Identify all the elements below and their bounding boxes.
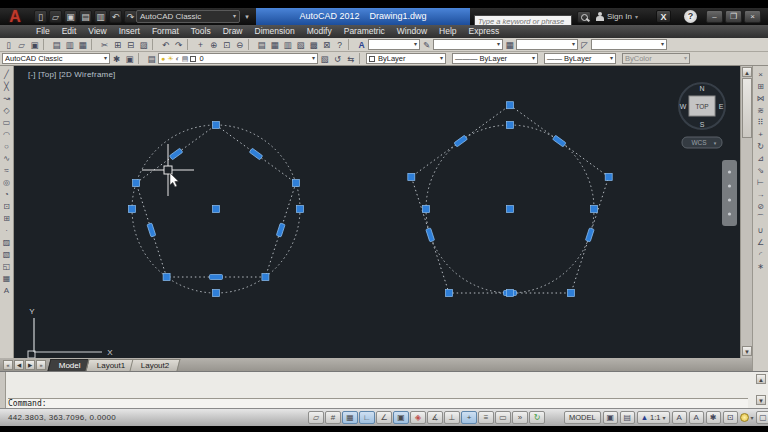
workspace-switching-gear-icon[interactable]: ✱ [706,411,721,424]
sheet-set-manager-icon[interactable]: ▧ [294,39,307,51]
polyline-icon[interactable]: ↝ [1,93,13,105]
infer-constraints-toggle[interactable]: ▱ [308,411,324,424]
menu-item[interactable]: View [82,25,112,38]
clean-screen-button[interactable]: ▢ [756,411,768,424]
linetype-combo[interactable]: ——— ByLayer▾ [452,53,538,64]
make-block-icon[interactable]: ⊞ [1,213,13,225]
undo-icon[interactable]: ↶ [159,39,172,51]
menu-item[interactable]: Help [433,25,462,38]
snap-mode-toggle[interactable]: # [325,411,341,424]
break-at-point-icon[interactable]: ⊘ [755,201,767,213]
plot-icon[interactable]: ▤ [50,39,63,51]
dim-style-combo[interactable]: ▾ [433,39,503,50]
menu-item[interactable]: Edit [56,25,83,38]
lineweight-display-toggle[interactable]: ≡ [478,411,494,424]
revcloud-icon[interactable]: ∿ [1,153,13,165]
grip[interactable] [507,290,514,297]
gradient-icon[interactable]: ▧ [1,249,13,261]
offset-icon[interactable]: ≋ [755,105,767,117]
grip[interactable] [591,206,598,213]
plot-icon[interactable]: ▤ [79,10,92,23]
table-icon[interactable]: ▦ [1,273,13,285]
menu-item[interactable]: Tools [185,25,217,38]
grip[interactable] [423,206,430,213]
array-icon[interactable]: ⠿ [755,117,767,129]
construction-line-icon[interactable]: ╳ [1,81,13,93]
tray-dropdown-icon[interactable]: ▾ [751,414,754,421]
layer-combo[interactable]: ●☀◐▤ 0 ▾ [158,53,318,64]
table-style-combo[interactable]: ▾ [516,39,578,50]
layer-states-icon[interactable]: ⇆ [344,53,357,65]
insert-block-icon[interactable]: ⊡ [1,201,13,213]
menu-item[interactable]: Dimension [249,25,301,38]
ellipse-icon[interactable]: ◎ [1,177,13,189]
annotation-visibility-icon[interactable]: A [672,411,687,424]
command-window[interactable]: Command: e ERASE 1 foundCommand: Specify… [0,371,768,408]
minimize-button[interactable]: – [706,10,723,23]
grip[interactable] [446,290,453,297]
workspace-extra-dropdown[interactable]: ▾ [242,10,252,23]
layer-lock-icon[interactable]: ◐ [176,54,180,63]
coordinates-readout[interactable]: 442.3803, 363.7096, 0.0000 [0,413,150,422]
layer-plot-icon[interactable]: ▤ [182,54,189,63]
mirror-icon[interactable]: ⋈ [755,93,767,105]
zoom-realtime-icon[interactable]: ⊕ [207,39,220,51]
grip[interactable] [507,206,514,213]
exchange-apps-icon[interactable]: X [656,10,671,23]
rectangle-icon[interactable]: ▭ [1,117,13,129]
tab-prev-icon[interactable]: ◀ [14,360,24,370]
quick-properties-toggle[interactable]: » [512,411,528,424]
menu-item[interactable]: Format [146,25,185,38]
tab-last-icon[interactable]: » [36,360,46,370]
save-icon[interactable]: ▣ [64,10,77,23]
annotation-autoscale-icon[interactable]: A [689,411,704,424]
text-style-icon[interactable]: A [355,39,368,51]
menu-item[interactable]: Modify [301,25,338,38]
maximize-button[interactable]: ❐ [725,10,742,23]
navbar-tool-icon[interactable] [728,198,731,201]
copy-icon[interactable]: ⊞ [755,81,767,93]
open-icon[interactable]: ▱ [15,39,28,51]
save-icon[interactable]: ▣ [28,39,41,51]
properties-icon[interactable]: ▤ [255,39,268,51]
designcenter-icon[interactable]: ▦ [268,39,281,51]
explode-icon[interactable]: ∗ [755,261,767,273]
stretch-icon[interactable]: ⇘ [755,165,767,177]
transparency-toggle[interactable]: ▭ [495,411,511,424]
move-icon[interactable]: + [755,129,767,141]
menu-item[interactable]: Draw [217,25,249,38]
tab-next-icon[interactable]: ▶ [25,360,35,370]
command-scrollbar[interactable]: ▲ ▼ [756,374,766,407]
circle-icon[interactable]: ○ [1,141,13,153]
grip[interactable] [568,290,575,297]
object-snap-toggle[interactable]: ▣ [393,411,409,424]
ortho-mode-toggle[interactable]: ∟ [359,411,375,424]
paper-space-icon[interactable]: ▤ [620,411,635,424]
tab-first-icon[interactable]: « [3,360,13,370]
performance-bulb-icon[interactable] [740,413,749,422]
cut-icon[interactable]: ✂ [98,39,111,51]
menu-item[interactable]: Parametric [338,25,391,38]
menu-item[interactable]: Express [463,25,506,38]
table-style-icon[interactable]: ▦ [503,39,516,51]
help-icon[interactable]: ? [684,10,697,23]
midpoint-grip[interactable] [553,135,566,147]
close-button[interactable]: × [744,10,761,23]
copy-clip-icon[interactable]: ⊞ [111,39,124,51]
layer-on-bulb-icon[interactable]: ● [161,54,165,63]
midpoint-grip[interactable] [454,135,467,147]
sep[interactable] [43,39,48,50]
join-icon[interactable]: ∪ [755,225,767,237]
pentagon-circumscribed-about-circle-polygon[interactable] [411,105,608,293]
mtext-icon[interactable]: A [1,285,13,297]
make-object-layer-current-icon[interactable]: ▧ [318,53,331,65]
scroll-down-icon[interactable]: ▼ [756,395,766,405]
mleader-style-icon[interactable]: ◸ [578,39,591,51]
erase-icon[interactable]: × [755,69,767,81]
paste-icon[interactable]: ⊟ [124,39,137,51]
layer-properties-manager-icon[interactable]: ▤ [145,53,158,65]
plot-preview-icon[interactable]: ▥ [94,10,107,23]
sign-in-button[interactable]: Sign In ▾ [596,10,638,23]
menu-item[interactable]: File [30,25,56,38]
model-paper-button[interactable]: MODEL [564,411,601,424]
